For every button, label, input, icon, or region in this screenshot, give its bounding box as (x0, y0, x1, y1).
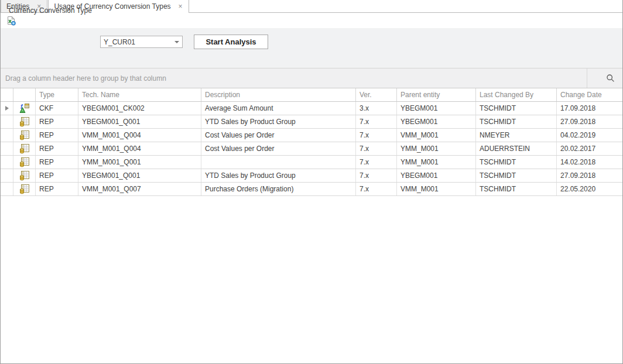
cell-last-changed-by[interactable]: TSCHMIDT (476, 115, 557, 128)
report-query-icon (19, 184, 29, 194)
cell-last-changed-by[interactable]: TSCHMIDT (476, 183, 557, 195)
row-indicator-cell (1, 142, 13, 155)
search-button[interactable] (587, 68, 622, 88)
cell-change-date[interactable]: 27.09.2018 (557, 169, 622, 182)
row-type-icon-cell (13, 183, 36, 195)
column-header-ver[interactable]: Ver. (356, 88, 397, 101)
cell-description[interactable]: Cost Values per Order (201, 129, 356, 142)
chevron-down-icon (174, 41, 179, 43)
row-type-icon-cell (13, 169, 36, 182)
cell-tech-name[interactable]: YMM_M001_Q004 (78, 142, 201, 155)
tab-bar: Entities × Usage of Currency Conversion … (1, 0, 622, 13)
row-type-icon-cell (13, 156, 36, 169)
cell-parent-entity[interactable]: VMM_M001 (397, 183, 476, 195)
cell-description[interactable] (201, 156, 356, 169)
cell-tech-name[interactable]: YBEGM001_Q001 (78, 115, 201, 128)
cell-parent-entity[interactable]: YBEGM001 (397, 102, 476, 115)
cell-type[interactable]: REP (36, 183, 78, 195)
group-by-panel[interactable]: Drag a column header here to group by th… (1, 68, 622, 88)
cell-ver[interactable]: 7.x (356, 142, 397, 155)
cell-tech-name[interactable]: YMM_M001_Q001 (78, 156, 201, 169)
currency-conversion-type-combo[interactable]: Y_CUR01 (100, 36, 183, 48)
report-query-icon (19, 117, 29, 127)
calculated-key-figure-icon: f (19, 104, 29, 114)
excel-export-icon (6, 16, 16, 26)
row-type-icon-cell (13, 129, 36, 142)
cell-last-changed-by[interactable]: TSCHMIDT (476, 102, 557, 115)
row-indicator-cell (1, 129, 13, 142)
report-query-icon (19, 171, 29, 181)
toolbar (1, 13, 622, 28)
cell-change-date[interactable]: 17.09.2018 (557, 102, 622, 115)
cell-parent-entity[interactable]: YMM_M001 (397, 156, 476, 169)
header-indicator (1, 88, 13, 101)
column-header-change-date[interactable]: Change Date (557, 88, 622, 101)
combo-dropdown-button[interactable] (172, 36, 182, 47)
cell-change-date[interactable]: 20.02.2017 (557, 142, 622, 155)
cell-type[interactable]: REP (36, 156, 78, 169)
cell-tech-name[interactable]: VMM_M001_Q004 (78, 129, 201, 142)
cell-last-changed-by[interactable]: NMEYER (476, 129, 557, 142)
cell-tech-name[interactable]: VMM_M001_Q007 (78, 183, 201, 195)
start-analysis-button[interactable]: Start Analysis (194, 35, 268, 49)
cell-last-changed-by[interactable]: ADUERRSTEIN (476, 142, 557, 155)
currency-conversion-type-label: Currency Conversion Type (9, 6, 92, 15)
table-row[interactable]: REP YMM_M001_Q004 Cost Values per Order … (1, 142, 622, 156)
grid-header: Type Tech. Name Description Ver. Parent … (1, 88, 622, 102)
cell-ver[interactable]: 7.x (356, 115, 397, 128)
focused-row-arrow-icon (5, 106, 9, 111)
header-icon (13, 88, 36, 101)
table-row[interactable]: REP YBEGM001_Q001 YTD Sales by Product G… (1, 169, 622, 183)
row-type-icon-cell: f (13, 102, 36, 115)
report-query-icon (19, 157, 29, 167)
cell-ver[interactable]: 7.x (356, 169, 397, 182)
cell-ver[interactable]: 7.x (356, 183, 397, 195)
row-indicator-cell (1, 156, 13, 169)
cell-description[interactable]: Cost Values per Order (201, 142, 356, 155)
row-indicator-cell (1, 169, 13, 182)
cell-type[interactable]: REP (36, 129, 78, 142)
column-header-type[interactable]: Type (36, 88, 78, 101)
table-row[interactable]: REP YMM_M001_Q001 7.x YMM_M001 TSCHMIDT … (1, 156, 622, 169)
cell-parent-entity[interactable]: VMM_M001 (397, 129, 476, 142)
cell-change-date[interactable]: 04.02.2019 (557, 129, 622, 142)
column-header-description[interactable]: Description (201, 88, 356, 101)
table-row[interactable]: REP VMM_M001_Q004 Cost Values per Order … (1, 129, 622, 142)
cell-parent-entity[interactable]: YMM_M001 (397, 142, 476, 155)
cell-change-date[interactable]: 14.02.2018 (557, 156, 622, 169)
cell-description[interactable]: YTD Sales by Product Group (201, 169, 356, 182)
cell-type[interactable]: REP (36, 142, 78, 155)
cell-change-date[interactable]: 22.05.2020 (557, 183, 622, 195)
column-header-parent-entity[interactable]: Parent entity (397, 88, 476, 101)
combo-value: Y_CUR01 (101, 38, 172, 46)
column-header-tech-name[interactable]: Tech. Name (78, 88, 201, 101)
row-indicator-cell (1, 115, 13, 128)
export-to-excel-button[interactable] (5, 15, 18, 26)
report-query-icon (19, 131, 29, 140)
column-header-last-changed-by[interactable]: Last Changed By (476, 88, 557, 101)
cell-parent-entity[interactable]: YBEGM001 (397, 169, 476, 182)
cell-tech-name[interactable]: YBEGM001_CK002 (78, 102, 201, 115)
search-icon (606, 74, 615, 83)
table-row[interactable]: f CKF YBEGM001_CK002 Average Sum Amount … (1, 102, 622, 115)
analysis-form: Currency Conversion Type Y_CUR01 Start A… (1, 28, 622, 68)
close-icon[interactable]: × (178, 3, 183, 10)
cell-change-date[interactable]: 27.09.2018 (557, 115, 622, 128)
cell-type[interactable]: REP (36, 115, 78, 128)
table-row[interactable]: REP VMM_M001_Q007 Purchase Orders (Migra… (1, 183, 622, 196)
group-by-hint: Drag a column header here to group by th… (1, 74, 166, 83)
cell-parent-entity[interactable]: YBEGM001 (397, 115, 476, 128)
cell-last-changed-by[interactable]: TSCHMIDT (476, 169, 557, 182)
cell-ver[interactable]: 7.x (356, 156, 397, 169)
cell-type[interactable]: REP (36, 169, 78, 182)
cell-description[interactable]: YTD Sales by Product Group (201, 115, 356, 128)
app-window: Entities × Usage of Currency Conversion … (0, 0, 623, 364)
cell-last-changed-by[interactable]: TSCHMIDT (476, 156, 557, 169)
cell-tech-name[interactable]: YBEGM001_Q001 (78, 169, 201, 182)
cell-description[interactable]: Average Sum Amount (201, 102, 356, 115)
cell-ver[interactable]: 7.x (356, 129, 397, 142)
cell-description[interactable]: Purchase Orders (Migration) (201, 183, 356, 195)
table-row[interactable]: REP YBEGM001_Q001 YTD Sales by Product G… (1, 115, 622, 129)
cell-ver[interactable]: 3.x (356, 102, 397, 115)
cell-type[interactable]: CKF (36, 102, 78, 115)
